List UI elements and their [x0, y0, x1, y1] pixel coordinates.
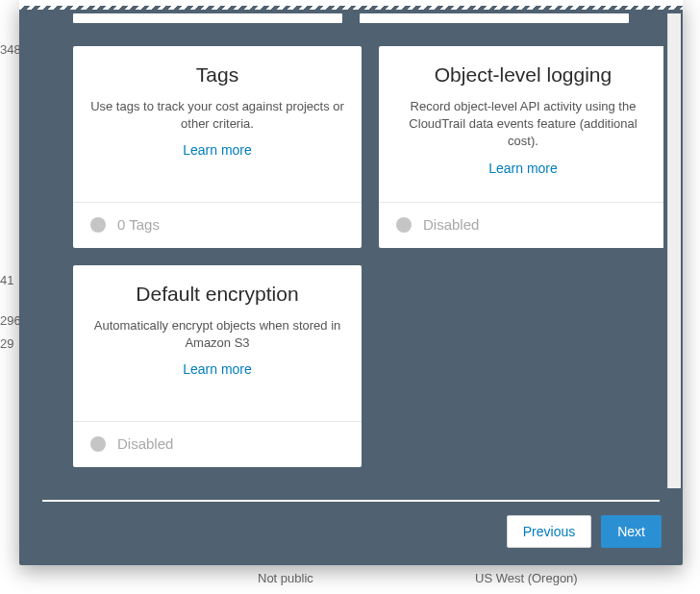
card-description: Record object-level API activity using t…	[396, 98, 650, 151]
learn-more-link[interactable]: Learn more	[488, 161, 558, 176]
card-title: Object-level logging	[396, 63, 650, 87]
learn-more-link[interactable]: Learn more	[183, 361, 252, 377]
status-indicator-icon	[90, 217, 106, 233]
default-encryption-card[interactable]: Default encryption Automatically encrypt…	[73, 265, 362, 467]
status-text: Disabled	[423, 216, 479, 233]
bg-partial-number: 29	[0, 336, 13, 351]
card-description: Automatically encrypt objects when store…	[90, 317, 344, 352]
status-indicator-icon	[396, 217, 412, 233]
learn-more-link[interactable]: Learn more	[183, 142, 252, 158]
status-text: Disabled	[117, 435, 173, 452]
card-title: Tags	[90, 63, 344, 87]
modal-scrollbar[interactable]	[667, 13, 681, 488]
object-logging-card[interactable]: Object-level logging Record object-level…	[379, 46, 663, 248]
footer-divider	[42, 500, 660, 502]
bg-partial-number: 296	[0, 313, 21, 328]
bg-region-label: US West (Oregon)	[475, 571, 578, 585]
tags-card[interactable]: Tags Use tags to track your cost against…	[73, 46, 362, 248]
card-description: Use tags to track your cost against proj…	[90, 98, 344, 133]
cards-scroll-area[interactable]: Tags Use tags to track your cost against…	[38, 0, 663, 498]
bg-partial-number: 41	[0, 273, 13, 287]
status-text: 0 Tags	[117, 216, 160, 233]
next-button[interactable]: Next	[601, 515, 662, 548]
card-stub	[73, 13, 342, 23]
card-title: Default encryption	[90, 283, 344, 306]
wizard-footer: Previous Next	[507, 515, 662, 548]
card-stub	[360, 13, 629, 23]
previous-button[interactable]: Previous	[507, 515, 591, 548]
bg-partial-number: 348	[0, 42, 21, 57]
properties-modal: Tags Use tags to track your cost against…	[19, 0, 683, 565]
status-indicator-icon	[90, 436, 106, 452]
bg-access-label: Not public	[258, 571, 313, 585]
card-row-cutoff	[38, 13, 663, 23]
